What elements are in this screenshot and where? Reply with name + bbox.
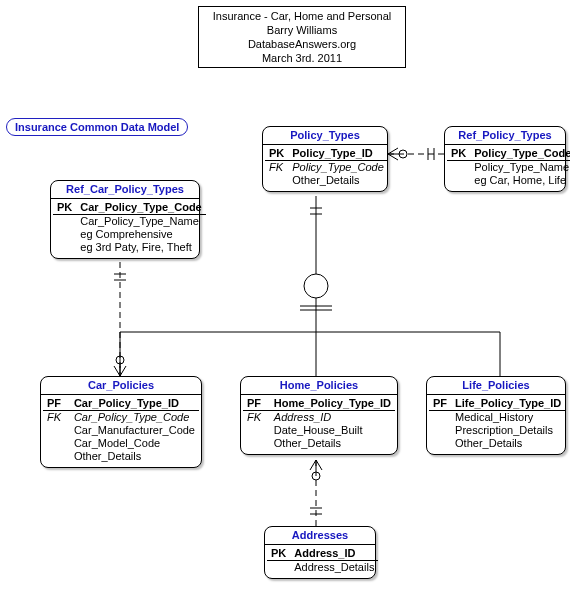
entity-header: Ref_Policy_Types: [445, 127, 565, 145]
title-line-1: Insurance - Car, Home and Personal: [207, 9, 397, 23]
connector-layer: [0, 0, 570, 598]
entity-header: Car_Policies: [41, 377, 201, 395]
svg-line-2: [388, 154, 398, 160]
svg-line-1: [388, 148, 398, 154]
entity-home-policies: Home_Policies PFHome_Policy_Type_ID FKAd…: [240, 376, 398, 455]
title-line-2: Barry Williams: [207, 23, 397, 37]
entity-ref-policy-types: Ref_Policy_Types PKPolicy_Type_Code Poli…: [444, 126, 566, 192]
svg-line-21: [114, 366, 120, 376]
entity-attributes: PKPolicy_Type_ID FKPolicy_Type_Code Othe…: [265, 147, 388, 187]
title-line-3: DatabaseAnswers.org: [207, 37, 397, 51]
svg-point-24: [116, 356, 124, 364]
entity-car-policies: Car_Policies PFCar_Policy_Type_ID FKCar_…: [40, 376, 202, 468]
title-line-4: March 3rd. 2011: [207, 51, 397, 65]
entity-ref-car-policy-types: Ref_Car_Policy_Types PKCar_Policy_Type_C…: [50, 180, 200, 259]
entity-attributes: PKAddress_ID Address_Details: [267, 547, 378, 574]
entity-attributes: PFHome_Policy_Type_ID FKAddress_ID Date_…: [243, 397, 395, 450]
entity-attributes: PKPolicy_Type_Code Policy_Type_Name eg C…: [447, 147, 570, 187]
svg-point-4: [399, 150, 407, 158]
diagram-title-box: Insurance - Car, Home and Personal Barry…: [198, 6, 406, 68]
entity-addresses: Addresses PKAddress_ID Address_Details: [264, 526, 376, 579]
entity-header: Home_Policies: [241, 377, 397, 395]
svg-line-26: [310, 460, 316, 470]
entity-header: Life_Policies: [427, 377, 565, 395]
er-diagram-canvas: Insurance - Car, Home and Personal Barry…: [0, 0, 570, 598]
svg-line-22: [120, 366, 126, 376]
entity-attributes: PKCar_Policy_Type_Code Car_Policy_Type_N…: [53, 201, 206, 254]
svg-point-29: [312, 472, 320, 480]
entity-attributes: PFLife_Policy_Type_ID Medical_History Pr…: [429, 397, 565, 450]
svg-line-27: [316, 460, 322, 470]
svg-point-10: [304, 274, 328, 298]
entity-header: Addresses: [265, 527, 375, 545]
entity-life-policies: Life_Policies PFLife_Policy_Type_ID Medi…: [426, 376, 566, 455]
entity-header: Policy_Types: [263, 127, 387, 145]
model-title: Insurance Common Data Model: [6, 118, 188, 136]
entity-policy-types: Policy_Types PKPolicy_Type_ID FKPolicy_T…: [262, 126, 388, 192]
entity-attributes: PFCar_Policy_Type_ID FKCar_Policy_Type_C…: [43, 397, 199, 463]
entity-header: Ref_Car_Policy_Types: [51, 181, 199, 199]
